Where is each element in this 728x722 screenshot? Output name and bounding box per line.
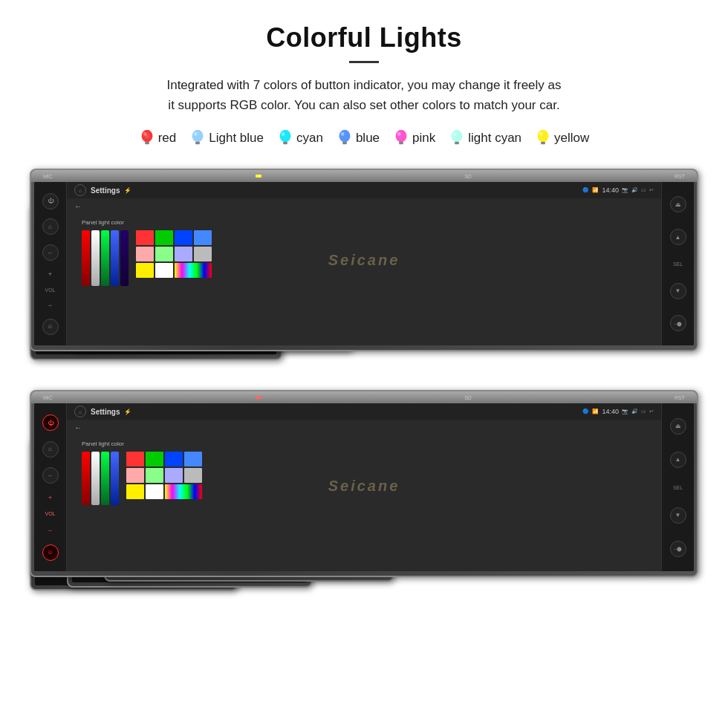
color-label-lightblue: Light blue	[209, 131, 264, 146]
color-item-cyan: cyan	[277, 129, 323, 148]
bulb-yellow-icon	[535, 129, 551, 148]
top-bar-sd: SD	[464, 174, 472, 179]
color-indicators: red Light blue cyan	[30, 129, 698, 148]
color-item-red: red	[139, 129, 177, 148]
svg-point-20	[397, 132, 401, 136]
bulb-pink-icon	[393, 129, 409, 148]
svg-point-28	[539, 132, 543, 136]
color-label-blue: blue	[356, 131, 380, 146]
top-bar-mic-left: MIC	[43, 174, 53, 179]
color-item-blue: blue	[337, 129, 380, 148]
svg-point-12	[282, 132, 285, 136]
color-label-pink: pink	[412, 131, 435, 146]
watermark-top: Seicane	[328, 252, 400, 269]
description-text: Integrated with 7 colors of button indic…	[45, 75, 683, 115]
svg-point-17	[396, 130, 407, 143]
color-label-cyan: cyan	[296, 131, 323, 146]
color-item-yellow: yellow	[535, 129, 589, 148]
top-bar-rst: RST	[675, 174, 685, 179]
device-frame-main-top: MIC SD RST ⏻ ⌂ ← + VOL − ☺	[30, 169, 698, 351]
device-frame-main-bottom: MIC SD RST ⏻ ⌂ ← + VOL − ☺	[30, 390, 698, 577]
bulb-lightcyan-icon	[449, 129, 465, 148]
color-label-yellow: yellow	[554, 131, 589, 146]
panel-light-label: Panel light color	[82, 219, 212, 226]
svg-point-9	[280, 130, 291, 143]
svg-point-25	[538, 130, 549, 143]
svg-point-4	[143, 132, 147, 136]
svg-point-21	[452, 130, 463, 143]
color-item-lightcyan: light cyan	[449, 129, 521, 148]
color-label-red: red	[158, 131, 177, 146]
screen-settings-label: Settings	[91, 186, 120, 195]
page-container: Colorful Lights Integrated with 7 colors…	[0, 0, 728, 628]
bulb-lightblue-icon	[189, 129, 206, 148]
color-item-pink: pink	[393, 129, 435, 148]
color-item-lightblue: Light blue	[189, 129, 264, 148]
screen-time: 14:40	[602, 186, 619, 194]
svg-point-24	[453, 132, 457, 136]
title-section: Colorful Lights Integrated with 7 colors…	[30, 22, 698, 115]
bulb-cyan-icon	[277, 129, 293, 148]
svg-point-5	[192, 130, 204, 143]
svg-point-8	[194, 132, 198, 136]
bulb-blue-icon	[337, 129, 353, 148]
svg-point-13	[339, 130, 350, 143]
devices-section: MIC ⏻ ⌂ ← + VOL − ☺	[30, 169, 698, 605]
title-divider	[349, 61, 379, 63]
watermark-bottom: Seicane	[328, 478, 400, 495]
color-label-lightcyan: light cyan	[468, 131, 521, 146]
device-group-bottom: MIC MIC MIC	[30, 390, 698, 605]
svg-point-1	[141, 130, 152, 143]
svg-point-16	[341, 132, 345, 136]
device-group-top: MIC ⏻ ⌂ ← + VOL − ☺	[30, 169, 698, 368]
bulb-red-icon	[139, 129, 155, 148]
page-title: Colorful Lights	[30, 22, 698, 53]
